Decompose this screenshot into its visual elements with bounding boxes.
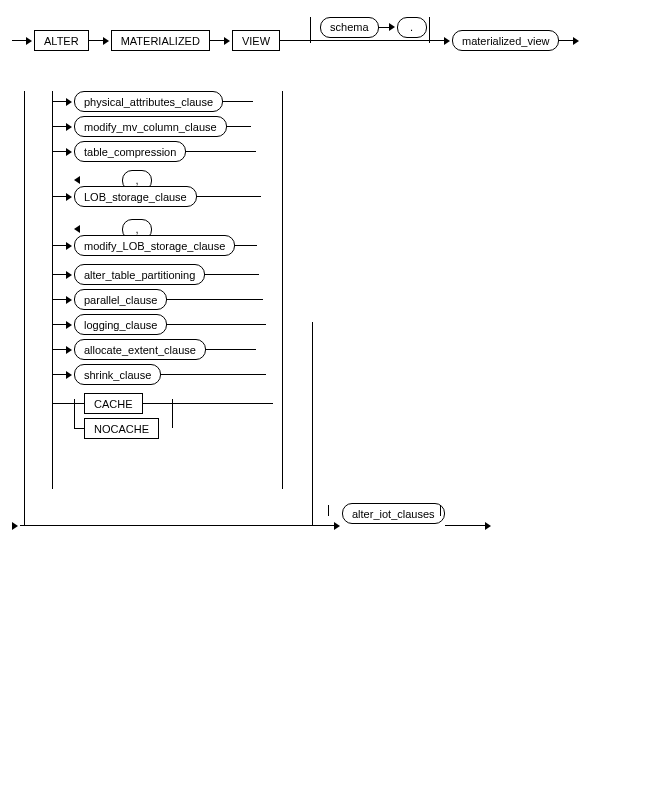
opt-modify-lob-storage: , modify_LOB_storage_clause xyxy=(52,215,654,264)
line1: ALTER MATERIALIZED VIEW schema . materia… xyxy=(12,30,654,51)
opt-lob-storage: , LOB_storage_clause xyxy=(52,166,654,215)
punct-dot: . xyxy=(397,17,427,38)
kw-materialized: MATERIALIZED xyxy=(111,30,210,51)
nt-modify-mv-column-clause: modify_mv_column_clause xyxy=(74,116,227,137)
block2-mainline: alter_iot_clauses xyxy=(12,515,654,536)
nt-shrink-clause: shrink_clause xyxy=(74,364,161,385)
block2: physical_attributes_clause modify_mv_col… xyxy=(12,91,654,794)
opt-alter-table-partitioning: alter_table_partitioning xyxy=(52,264,654,285)
nt-schema: schema xyxy=(320,17,379,38)
opt-modify-mv-col: modify_mv_column_clause xyxy=(52,116,654,137)
opt-table-compression: table_compression xyxy=(52,141,654,162)
nt-allocate-extent-clause: allocate_extent_clause xyxy=(74,339,206,360)
opt-parallel-clause: parallel_clause xyxy=(52,289,654,310)
nt-alter-table-partitioning: alter_table_partitioning xyxy=(74,264,205,285)
nt-table-compression: table_compression xyxy=(74,141,186,162)
opt-logging-clause: logging_clause xyxy=(52,314,654,335)
kw-cache: CACHE xyxy=(84,393,143,414)
opt-shrink-clause: shrink_clause xyxy=(52,364,654,385)
kw-nocache: NOCACHE xyxy=(84,418,159,439)
opt-phys-attr: physical_attributes_clause xyxy=(52,91,654,112)
opt-cache-nocache: CACHE NOCACHE xyxy=(52,389,654,447)
kw-alter: ALTER xyxy=(34,30,89,51)
nt-alter-iot-clauses: alter_iot_clauses xyxy=(342,503,445,524)
nt-physical-attributes-clause: physical_attributes_clause xyxy=(74,91,223,112)
kw-view: VIEW xyxy=(232,30,280,51)
nt-materialized-view: materialized_view xyxy=(452,30,559,51)
nt-logging-clause: logging_clause xyxy=(74,314,167,335)
nt-lob-storage-clause: LOB_storage_clause xyxy=(74,186,197,207)
nt-parallel-clause: parallel_clause xyxy=(74,289,167,310)
opt-allocate-extent: allocate_extent_clause xyxy=(52,339,654,360)
nt-modify-lob-storage-clause: modify_LOB_storage_clause xyxy=(74,235,235,256)
